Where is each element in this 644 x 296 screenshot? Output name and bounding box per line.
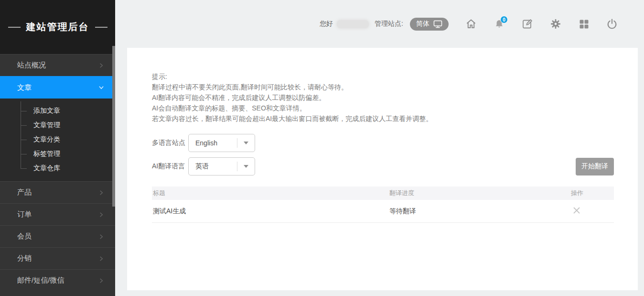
site-select-dropdown[interactable]: English: [188, 134, 255, 152]
subitem-label: 文章管理: [33, 121, 60, 130]
table-header-row: 标题 翻译进度 操作: [152, 186, 614, 200]
tip-line: AI会自动翻译文章的标题、摘要、SEO和文章详情。: [152, 103, 614, 113]
sidebar-subitem-article-categories[interactable]: 文章分类: [0, 132, 115, 147]
tip-line: 若文章内容过长，翻译结果可能会超出AI最大输出窗口而被截断，完成后建议人工查看并…: [152, 113, 614, 124]
title-dash-right: [95, 27, 107, 28]
sidebar-item-label: 站点概况: [17, 61, 98, 70]
sidebar-item-members[interactable]: 会员: [0, 225, 115, 247]
gear-icon[interactable]: [550, 18, 561, 30]
table-row: 测试AI生成 等待翻译: [152, 200, 614, 223]
remove-row-icon[interactable]: [572, 206, 581, 215]
ai-language-label: AI翻译语言: [152, 162, 188, 171]
language-switch-button[interactable]: 简体: [410, 18, 449, 31]
sidebar-item-site-overview[interactable]: 站点概况: [0, 54, 115, 76]
chevron-right-icon: [98, 233, 105, 240]
sidebar-item-email-sms-wechat[interactable]: 邮件/短信/微信: [0, 269, 115, 291]
subitem-label: 添加文章: [33, 107, 60, 115]
app-title-text: 建站管理后台: [26, 21, 89, 33]
notification-badge: 0: [500, 16, 508, 23]
row-article-title: 测试AI生成: [152, 207, 389, 216]
manage-site-label: 管理站点:: [375, 20, 403, 28]
chevron-right-icon: [98, 211, 105, 218]
bell-icon[interactable]: 0: [494, 18, 505, 30]
sidebar-scrollbar[interactable]: [112, 46, 115, 207]
sidebar-subitem-article-management[interactable]: 文章管理: [0, 118, 115, 132]
sidebar-item-label: 会员: [17, 232, 98, 241]
sidebar-item-label: 邮件/短信/微信: [17, 276, 98, 285]
sidebar-subitem-add-article[interactable]: 添加文章: [0, 104, 115, 118]
ai-language-row: AI翻译语言 英语 开始翻译: [152, 157, 614, 175]
tips-block: 提示: 翻译过程中请不要关闭此页面,翻译时间可能比较长，请耐心等待。 AI翻译内…: [152, 71, 614, 124]
chevron-right-icon: [98, 277, 105, 284]
tips-title: 提示:: [152, 71, 614, 82]
table-header-title: 标题: [152, 189, 389, 197]
subitem-label: 标签管理: [33, 150, 60, 158]
sidebar-item-products[interactable]: 产品: [0, 181, 115, 203]
main-panel: 提示: 翻译过程中请不要关闭此页面,翻译时间可能比较长，请耐心等待。 AI翻译内…: [127, 48, 638, 290]
caret-down-icon: [244, 142, 248, 144]
apps-grid-icon[interactable]: [578, 18, 590, 30]
chevron-right-icon: [98, 255, 105, 262]
table-header-progress: 翻译进度: [389, 189, 571, 197]
monitor-icon: [433, 20, 442, 28]
chevron-right-icon: [98, 62, 105, 69]
sidebar-item-label: 分销: [17, 254, 98, 263]
language-switch-label: 简体: [416, 20, 429, 28]
home-icon[interactable]: [465, 18, 477, 30]
tip-line: 翻译过程中请不要关闭此页面,翻译时间可能比较长，请耐心等待。: [152, 82, 614, 92]
sidebar-item-label: 文章: [17, 83, 98, 92]
ai-language-dropdown[interactable]: 英语: [188, 157, 255, 175]
articles-submenu: 添加文章 文章管理 文章分类 标签管理 文章仓库: [0, 99, 115, 181]
chevron-right-icon: [98, 189, 105, 196]
sidebar-subitem-tag-management[interactable]: 标签管理: [0, 147, 115, 161]
row-operation-cell: [571, 206, 614, 216]
compose-icon[interactable]: [522, 18, 533, 30]
site-select-label: 多语言站点: [152, 139, 188, 147]
translation-table: 标题 翻译进度 操作 测试AI生成 等待翻译: [152, 186, 614, 223]
sidebar-item-label: 订单: [17, 210, 98, 219]
site-select-row: 多语言站点 English: [152, 134, 614, 152]
sidebar-subitem-article-repository[interactable]: 文章仓库: [0, 161, 115, 175]
subitem-label: 文章分类: [33, 135, 60, 144]
power-icon[interactable]: [606, 18, 618, 30]
sidebar: 建站管理后台 站点概况 文章 添加文章 文章管理 文章分类 标签管理 文章仓库 …: [0, 0, 115, 296]
tip-line: AI翻译内容可能会不精准，完成后建议人工调整以防偏差。: [152, 92, 614, 103]
caret-down-icon: [244, 165, 248, 168]
chevron-down-icon: [98, 84, 105, 91]
sidebar-item-articles[interactable]: 文章: [0, 76, 115, 99]
username-redacted: [337, 20, 369, 28]
table-header-operation: 操作: [571, 189, 614, 197]
select-caret-zone[interactable]: [237, 142, 255, 144]
greeting-text: 您好: [320, 20, 333, 28]
topbar-icon-group: 0: [465, 18, 618, 30]
start-translation-button[interactable]: 开始翻译: [576, 158, 614, 175]
select-caret-zone[interactable]: [237, 165, 255, 168]
sidebar-item-label: 产品: [17, 188, 98, 197]
app-title: 建站管理后台: [0, 0, 115, 54]
sidebar-item-orders[interactable]: 订单: [0, 203, 115, 225]
top-bar: 您好 管理站点: 简体 0: [115, 0, 644, 48]
title-dash-left: [8, 27, 21, 28]
subitem-label: 文章仓库: [33, 164, 60, 173]
ai-language-value: 英语: [189, 162, 237, 171]
site-select-value: English: [189, 139, 237, 147]
row-progress-status: 等待翻译: [389, 207, 571, 216]
sidebar-item-distribution[interactable]: 分销: [0, 247, 115, 269]
